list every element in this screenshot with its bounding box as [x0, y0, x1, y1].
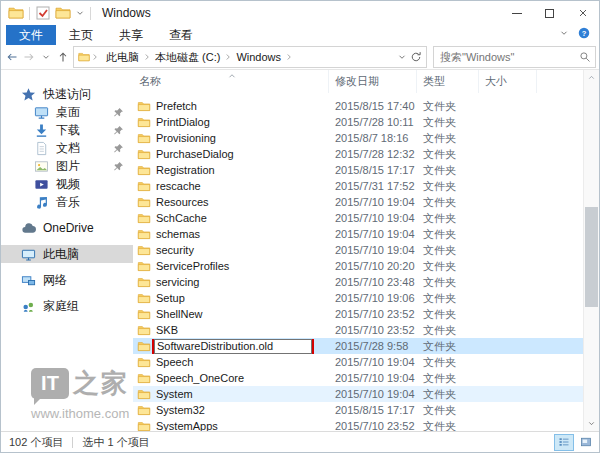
table-row[interactable]: Prefetch 2015/8/15 17:40 文件夹 [133, 98, 583, 114]
address-bar[interactable]: 此电脑 本地磁盘 (C:) Windows [73, 46, 427, 68]
table-row[interactable]: System32 2015/8/15 17:17 文件夹 [133, 402, 583, 418]
close-icon [577, 7, 589, 19]
file-name: Registration [156, 164, 215, 176]
back-button[interactable] [3, 47, 20, 67]
file-name: schemas [156, 228, 200, 240]
vertical-scrollbar[interactable] [583, 70, 599, 431]
column-header-label: 类型 [423, 74, 445, 89]
table-row[interactable]: PrintDialog 2015/7/28 10:11 文件夹 [133, 114, 583, 130]
chevron-down-icon [41, 52, 51, 62]
search-input[interactable] [438, 50, 579, 64]
column-headers: 名称 修改日期 类型 大小 [133, 70, 583, 93]
table-row[interactable]: Setup 2015/7/10 19:06 文件夹 [133, 290, 583, 306]
table-row[interactable]: System 2015/7/10 19:04 文件夹 [133, 386, 583, 402]
table-row[interactable]: schemas 2015/7/10 19:04 文件夹 [133, 226, 583, 242]
close-button[interactable] [566, 1, 599, 25]
file-name: ServiceProfiles [156, 260, 229, 272]
table-row[interactable]: Speech 2015/7/10 19:04 文件夹 [133, 354, 583, 370]
folder-icon [137, 132, 151, 145]
customize-qat-chevron-icon[interactable] [75, 8, 85, 18]
sidebar-item[interactable]: 下载 [1, 121, 133, 139]
file-name-cell: Registration [133, 164, 329, 177]
table-row[interactable]: SchCache 2015/7/10 19:04 文件夹 [133, 210, 583, 226]
up-button[interactable] [54, 47, 71, 67]
sidebar-item-label: 桌面 [56, 104, 80, 121]
table-row[interactable]: Resources 2015/7/10 19:04 文件夹 [133, 194, 583, 210]
details-view-button[interactable] [554, 434, 574, 451]
minimize-button[interactable] [500, 1, 533, 25]
ribbon-tab[interactable]: 共享 [106, 25, 156, 45]
ribbon-tab[interactable]: 主页 [56, 25, 106, 45]
file-name-cell: security [133, 244, 329, 257]
breadcrumb-item[interactable]: 本地磁盘 (C:) [152, 50, 233, 65]
table-row[interactable]: rescache 2015/7/31 17:52 文件夹 [133, 178, 583, 194]
chevron-right-icon [223, 52, 233, 62]
sidebar-item[interactable]: OneDrive [1, 219, 133, 237]
maximize-button[interactable] [533, 1, 566, 25]
ribbon-tab[interactable]: 查看 [156, 25, 206, 45]
scroll-up-button[interactable] [584, 70, 599, 85]
table-row[interactable]: servicing 2015/7/10 23:48 文件夹 [133, 274, 583, 290]
table-row[interactable]: SKB 2015/7/10 23:52 文件夹 [133, 322, 583, 338]
expand-ribbon-chevron-icon[interactable] [559, 28, 569, 38]
file-name: security [156, 244, 194, 256]
sidebar-item[interactable]: 快速访问 [1, 85, 133, 103]
column-header[interactable]: 大小 [479, 70, 537, 93]
column-header[interactable]: 修改日期 [329, 70, 417, 93]
ribbon-tab-label: 文件 [19, 27, 43, 44]
sidebar-item[interactable]: 桌面 [1, 103, 133, 121]
pin-icon [113, 107, 124, 118]
sidebar-item[interactable]: 家庭组 [1, 297, 133, 315]
forward-button[interactable] [20, 47, 37, 67]
search-icon[interactable] [579, 51, 591, 63]
recent-locations-button[interactable] [37, 47, 54, 67]
ithome-logo-box: IT [31, 368, 69, 399]
ribbon-tab-label: 主页 [69, 27, 93, 44]
column-header[interactable]: 名称 [133, 70, 329, 93]
breadcrumb-item[interactable]: 此电脑 [103, 50, 152, 65]
date-modified-cell: 2015/7/10 19:04 [329, 388, 417, 400]
refresh-icon[interactable] [410, 51, 422, 63]
table-row[interactable]: SoftwareDistribution.old 2015/7/28 9:58 … [133, 338, 583, 354]
table-row[interactable]: Speech_OneCore 2015/7/10 19:04 文件夹 [133, 370, 583, 386]
date-modified-cell: 2015/7/10 19:04 [329, 372, 417, 384]
sidebar-item[interactable]: 文档 [1, 139, 133, 157]
table-row[interactable]: security 2015/7/10 19:04 文件夹 [133, 242, 583, 258]
sidebar-item[interactable]: 此电脑 [1, 245, 133, 263]
table-row[interactable]: PurchaseDialog 2015/7/28 12:32 文件夹 [133, 146, 583, 162]
sidebar-item[interactable]: 网络 [1, 271, 133, 289]
date-modified-cell: 2015/7/10 20:20 [329, 260, 417, 272]
file-name: servicing [156, 276, 199, 288]
pin-icon [113, 125, 124, 136]
ribbon-tab[interactable]: 文件 [6, 25, 56, 45]
column-header[interactable]: 类型 [417, 70, 479, 93]
large-icons-view-button[interactable] [576, 434, 596, 451]
table-row[interactable]: Registration 2015/8/15 17:17 文件夹 [133, 162, 583, 178]
table-row[interactable]: Provisioning 2015/8/7 18:16 文件夹 [133, 130, 583, 146]
table-row[interactable]: ShellNew 2015/7/10 23:52 文件夹 [133, 306, 583, 322]
sidebar-item[interactable]: 图片 [1, 157, 133, 175]
file-name-cell: schemas [133, 228, 329, 241]
file-type-cell: 文件夹 [417, 259, 479, 274]
date-modified-cell: 2015/8/15 17:17 [329, 164, 417, 176]
chevron-right-icon [90, 52, 100, 62]
sidebar-item[interactable]: 音乐 [1, 193, 133, 211]
breadcrumb-item[interactable]: Windows [233, 51, 294, 63]
address-history-chevron-icon[interactable] [397, 52, 407, 62]
folder-icon [137, 404, 151, 417]
scroll-down-button[interactable] [584, 416, 599, 431]
sidebar-item[interactable]: 视频 [1, 175, 133, 193]
address-folder-icon [78, 51, 90, 63]
table-row[interactable]: ServiceProfiles 2015/7/10 20:20 文件夹 [133, 258, 583, 274]
breadcrumb-label: 此电脑 [103, 50, 142, 65]
search-box[interactable] [433, 46, 596, 68]
date-modified-cell: 2015/7/10 19:04 [329, 228, 417, 240]
window-controls [500, 1, 599, 25]
properties-checkbox-icon[interactable] [35, 5, 51, 21]
new-folder-icon[interactable] [55, 5, 71, 21]
scrollbar-thumb[interactable] [585, 207, 598, 307]
folder-icon [137, 388, 151, 401]
help-icon[interactable] [578, 27, 590, 39]
folder-icon [137, 372, 151, 385]
table-row[interactable]: SystemApps 2015/7/10 23:52 文件夹 [133, 418, 583, 431]
